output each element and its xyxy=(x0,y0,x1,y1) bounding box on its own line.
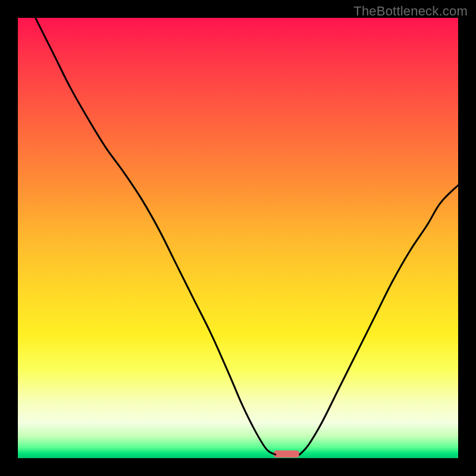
chart-frame: TheBottleneck.com xyxy=(0,0,476,476)
plot-area xyxy=(18,18,458,458)
bottleneck-right-path xyxy=(300,185,458,455)
bottleneck-left-path xyxy=(36,18,275,455)
bottleneck-curve xyxy=(18,18,458,458)
watermark-text: TheBottleneck.com xyxy=(353,4,468,19)
